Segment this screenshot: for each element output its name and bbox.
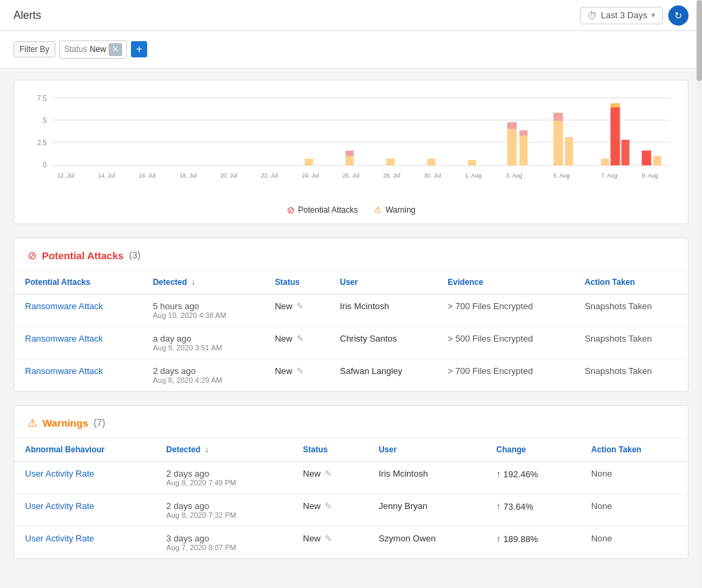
col-detected: Detected ↓ (142, 271, 264, 294)
scrollbar-track[interactable] (697, 0, 702, 583)
col-status: Status (264, 271, 329, 294)
potential-attacks-count: (3) (129, 250, 140, 261)
legend-potential-label: Potential Attacks (298, 205, 358, 215)
svg-rect-33 (554, 121, 563, 165)
svg-rect-38 (610, 103, 620, 107)
chart-area: 7.5 5 2.5 0 12. Jul 14. Jul 16. Jul 18. … (25, 91, 677, 199)
svg-text:30. Jul: 30. Jul (424, 172, 441, 179)
user-cell: Christy Santos (329, 326, 437, 358)
legend-warning: ⚠ Warning (374, 205, 415, 215)
w-user-cell: Jenny Bryan (368, 493, 485, 526)
warning-icon: ⚠ (28, 417, 37, 429)
behaviour-link[interactable]: User Activity Rate (25, 469, 94, 479)
w-action-cell: None (580, 461, 688, 493)
table-row: Ransomware Attack 5 hours ago Aug 10, 20… (14, 294, 688, 326)
col-evidence: Evidence (437, 271, 574, 294)
potential-attacks-icon: ⊘ (28, 249, 36, 262)
behaviour-name-cell: User Activity Rate (14, 526, 155, 558)
edit-icon[interactable]: ✎ (325, 469, 332, 479)
clock-icon: ⏱ (587, 10, 597, 21)
svg-text:28. Jul: 28. Jul (383, 172, 400, 179)
user-cell: Safwan Langley (329, 358, 437, 391)
w-status-cell: New ✎ (292, 461, 368, 493)
svg-text:24. Jul: 24. Jul (302, 172, 319, 179)
potential-attacks-body: Ransomware Attack 5 hours ago Aug 10, 20… (14, 294, 688, 391)
warnings-section: ⚠ Warnings (7) Abnormal Behaviour Detect… (14, 405, 688, 559)
svg-rect-23 (305, 159, 313, 165)
action-cell: Snapshots Taken (574, 358, 688, 391)
refresh-button[interactable]: ↻ (668, 5, 688, 26)
table-row: User Activity Rate 2 days ago Aug 8, 202… (14, 461, 688, 493)
w-status-cell: New ✎ (292, 526, 368, 558)
warnings-header-row: Abnormal Behaviour Detected ↓ Status Use… (14, 438, 688, 462)
evidence-cell: > 700 Files Encrypted (437, 358, 574, 391)
filter-clear-button[interactable]: ✕ (109, 43, 122, 56)
table-row: Ransomware Attack a day ago Aug 9, 2020 … (14, 326, 688, 358)
col-behaviour: Abnormal Behaviour (14, 438, 155, 462)
page-title: Alerts (14, 9, 580, 22)
warnings-title: Warnings (43, 417, 88, 429)
behaviour-link[interactable]: User Activity Rate (25, 501, 94, 511)
potential-attacks-header-row: Potential Attacks Detected ↓ Status User… (14, 271, 688, 294)
w-status-cell: New ✎ (292, 493, 368, 526)
edit-icon[interactable]: ✎ (325, 533, 332, 543)
svg-text:5. Aug: 5. Aug (554, 172, 570, 179)
warnings-header: ⚠ Warnings (7) (14, 406, 688, 438)
col-w-change: Change (485, 438, 580, 462)
attack-link[interactable]: Ransomware Attack (25, 301, 103, 311)
filter-by-label: Filter By (14, 41, 55, 57)
potential-legend-icon: ⊘ (287, 205, 295, 215)
svg-rect-39 (621, 140, 629, 165)
svg-text:7. Aug: 7. Aug (601, 172, 617, 179)
svg-text:7.5: 7.5 (37, 95, 47, 102)
w-user-cell: Szymon Owen (368, 526, 485, 558)
svg-text:18. Jul: 18. Jul (180, 172, 196, 179)
attack-link[interactable]: Ransomware Attack (25, 366, 103, 376)
behaviour-link[interactable]: User Activity Rate (25, 533, 94, 543)
chart-legend: ⊘ Potential Attacks ⚠ Warning (25, 205, 677, 215)
col-w-status: Status (292, 438, 368, 462)
scrollbar-thumb[interactable] (697, 0, 702, 81)
evidence-cell: > 700 Files Encrypted (437, 294, 574, 326)
w-action-cell: None (580, 526, 688, 558)
potential-attacks-section: ⊘ Potential Attacks (3) Potential Attack… (14, 238, 688, 392)
filter-bar: Filter By Status New ✕ + (0, 31, 702, 69)
filter-add-button[interactable]: + (131, 41, 147, 57)
svg-text:22. Jul: 22. Jul (261, 172, 278, 179)
col-w-user: User (368, 438, 485, 462)
table-row: Ransomware Attack 2 days ago Aug 8, 2020… (14, 358, 688, 391)
potential-attacks-header: ⊘ Potential Attacks (3) (14, 238, 688, 271)
alerts-chart: 7.5 5 2.5 0 12. Jul 14. Jul 16. Jul 18. … (14, 80, 688, 224)
svg-rect-37 (610, 107, 620, 165)
edit-icon[interactable]: ✎ (296, 301, 304, 311)
w-action-cell: None (580, 493, 688, 526)
status-cell: New ✎ (264, 294, 329, 326)
attack-name-cell: Ransomware Attack (14, 358, 142, 391)
svg-text:5: 5 (43, 117, 47, 124)
time-selector[interactable]: ⏱ Last 3 Days ▾ (580, 7, 663, 24)
attack-link[interactable]: Ransomware Attack (25, 333, 103, 344)
svg-rect-31 (520, 136, 528, 165)
warning-legend-icon: ⚠ (374, 205, 382, 215)
attack-name-cell: Ransomware Attack (14, 294, 142, 326)
edit-icon[interactable]: ✎ (296, 333, 304, 344)
svg-rect-40 (642, 151, 651, 165)
evidence-cell: > 500 Files Encrypted (437, 326, 574, 358)
arrow-up-icon: ↑ (496, 501, 501, 512)
col-action: Action Taken (574, 271, 688, 294)
w-change-cell: ↑ 189.88% (485, 526, 580, 558)
time-selector-label: Last 3 Days (601, 10, 647, 20)
svg-text:14. Jul: 14. Jul (98, 172, 115, 179)
col-w-action: Action Taken (580, 438, 688, 462)
potential-attacks-table: Potential Attacks Detected ↓ Status User… (14, 271, 688, 391)
edit-icon[interactable]: ✎ (296, 366, 304, 376)
svg-text:12. Jul: 12. Jul (57, 172, 74, 179)
status-filter-tag: Status New ✕ (59, 41, 127, 59)
user-cell: Iris Mcintosh (329, 294, 437, 326)
svg-rect-25 (346, 151, 354, 156)
arrow-up-icon: ↑ (496, 533, 501, 544)
filter-value: New (90, 45, 106, 54)
detected-cell: 2 days ago Aug 8, 2020 4:29 AM (142, 358, 264, 391)
svg-rect-29 (507, 129, 516, 165)
edit-icon[interactable]: ✎ (325, 501, 332, 511)
